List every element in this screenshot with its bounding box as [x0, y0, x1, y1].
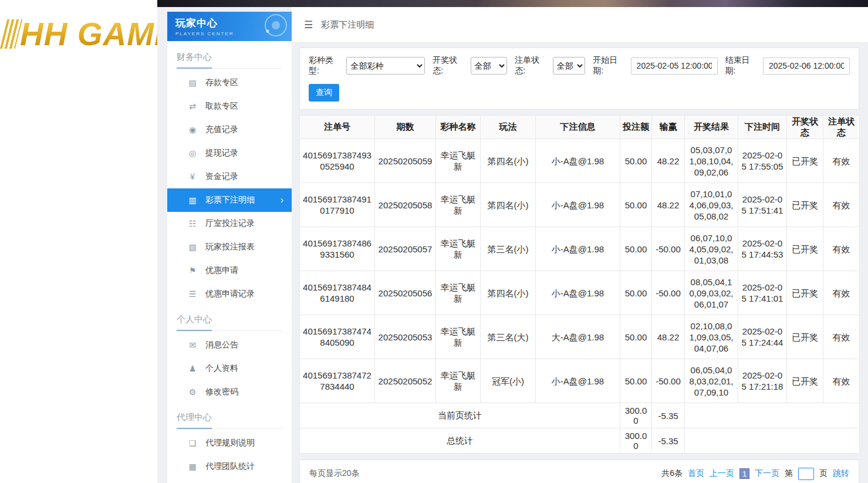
cell-lottery: 幸运飞艇新	[436, 271, 481, 315]
column-header: 开奖状态	[787, 116, 823, 139]
cell-result: 08,05,04,10,09,03,02,06,01,07	[685, 271, 738, 315]
cell-order-status: 有效	[823, 359, 860, 403]
sidebar-item-label: 消息公告	[205, 340, 238, 350]
sidebar-item[interactable]: ◉充值记录	[167, 118, 292, 141]
sidebar-item-label: 代理规则说明	[205, 438, 255, 448]
cell-draw-status: 已开奖	[787, 271, 823, 315]
cell-lottery: 幸运飞艇新	[436, 315, 481, 359]
cell-amount: 50.00	[620, 271, 652, 315]
sidebar-item[interactable]: ☷厅室投注记录	[167, 212, 292, 235]
cell-bet-info: 小-A盘@1.98	[536, 359, 620, 403]
cell-bet-time: 2025-02-05 17:55:05	[738, 139, 787, 183]
jump-page-input[interactable]	[798, 468, 814, 480]
column-header: 期数	[375, 116, 436, 139]
user-icon: ♟	[187, 364, 198, 373]
draw-status-select[interactable]: 全部	[471, 57, 508, 75]
prev-page-link[interactable]: 上一页	[710, 468, 734, 479]
column-header: 下注时间	[738, 116, 787, 139]
funds-record-icon: ¥	[187, 172, 198, 181]
cell-bet-info: 大-A盘@1.98	[536, 315, 620, 359]
cell-result: 06,07,10,04,05,09,02,01,03,08	[685, 227, 738, 271]
cell-play: 冠军(小)	[481, 359, 536, 403]
sidebar-item[interactable]: ✉消息公告	[167, 333, 292, 357]
cell-play: 第四名(小)	[481, 139, 536, 183]
sidebar: 玩家中心 PLAYERS CENTER 财务中心▤存款专区⇄取款专区◉充值记录◎…	[167, 12, 292, 483]
sidebar-item[interactable]: ▤存款专区	[167, 71, 292, 94]
sidebar-item[interactable]: ⇄取款专区	[167, 94, 292, 118]
summary-label: 总统计	[300, 428, 620, 454]
first-page-link[interactable]: 首页	[688, 468, 704, 479]
sidebar-item-label: 提现记录	[205, 148, 238, 158]
sidebar-item[interactable]: ▦代理团队统计	[167, 455, 292, 478]
order-status-select[interactable]: 全部	[553, 57, 586, 75]
sidebar-item[interactable]: ¥资金记录	[167, 165, 292, 188]
cell-period: 20250205053	[375, 315, 436, 359]
lottery-type-select[interactable]: 全部彩种	[346, 57, 425, 75]
sidebar-item[interactable]: ▧玩家投注报表	[167, 235, 292, 259]
bet-detail-table: 注单号期数彩种名称玩法下注信息投注额输赢开奖结果下注时间开奖状态注单状态 401…	[299, 115, 860, 454]
cell-order-status: 有效	[823, 315, 860, 359]
cell-draw-status: 已开奖	[787, 139, 823, 183]
cell-bet-info: 小-A盘@1.98	[536, 227, 620, 271]
cell-period: 20250205058	[375, 183, 436, 227]
cell-period: 20250205059	[375, 139, 436, 183]
sidebar-item-label: 厅室投注记录	[205, 218, 255, 229]
page-size-label: 每页显示20条	[309, 468, 360, 479]
next-page-link[interactable]: 下一页	[755, 468, 779, 479]
table-row: 40156917387491017791020250205058幸运飞艇新第四名…	[300, 183, 860, 227]
sidebar-item[interactable]: ◎提现记录	[167, 141, 292, 165]
sidebar-item[interactable]: ♟个人资料	[167, 357, 292, 380]
sidebar-header: 玩家中心 PLAYERS CENTER	[167, 12, 292, 41]
sidebar-item-label: 充值记录	[205, 124, 238, 135]
cell-lottery: 幸运飞艇新	[436, 359, 481, 403]
sidebar-item[interactable]: ▥彩票下注明细›	[167, 188, 292, 212]
sidebar-item[interactable]: ⚙修改密码	[167, 380, 292, 404]
cell-order-no: 401569173874869331560	[300, 227, 375, 271]
summary-win-loss: -5.35	[652, 428, 685, 454]
withdraw-icon: ⇄	[187, 102, 198, 111]
column-header: 投注额	[620, 116, 652, 139]
sidebar-item[interactable]: ☰优惠申请记录	[167, 282, 292, 306]
column-header: 注单号	[300, 116, 375, 139]
jump-button[interactable]: 跳转	[833, 468, 849, 479]
current-page-button[interactable]: 1	[739, 468, 749, 479]
main-area: ☰ 彩票下注明细 彩种类型: 全部彩种 开奖状态: 全部 注单状态:	[292, 7, 868, 483]
summary-empty	[685, 428, 860, 454]
cell-period: 20250205057	[375, 227, 436, 271]
menu-section-title-2: 代理中心	[177, 412, 282, 429]
query-button[interactable]: 查询	[309, 84, 339, 102]
cell-bet-time: 2025-02-05 17:21:18	[738, 359, 787, 403]
total-count-label: 共6条	[661, 468, 683, 479]
end-date-input[interactable]	[763, 58, 850, 75]
sidebar-item[interactable]: ⚑优惠申请	[167, 259, 292, 282]
summary-amount: 300.00	[620, 403, 652, 428]
cashout-record-icon: ◎	[187, 148, 198, 158]
doc-icon: ❏	[187, 438, 198, 448]
cell-order-status: 有效	[823, 227, 860, 271]
cell-order-no: 401569173874748405090	[300, 315, 375, 359]
cell-order-no: 401569173874846149180	[300, 271, 375, 315]
summary-label: 当前页统计	[300, 403, 620, 428]
chevron-right-icon: ›	[281, 195, 283, 205]
sidebar-item-label: 彩票下注明细	[205, 195, 255, 205]
table-header-row: 注单号期数彩种名称玩法下注信息投注额输赢开奖结果下注时间开奖状态注单状态	[300, 116, 860, 139]
summary-win-loss: -5.35	[652, 403, 685, 428]
cell-amount: 50.00	[620, 227, 652, 271]
sidebar-item-label: 代理团队统计	[205, 461, 255, 472]
cell-win-loss: 48.22	[652, 183, 685, 227]
start-date-input[interactable]	[631, 58, 718, 75]
logo-stripes-decoration	[0, 19, 22, 49]
summary-amount: 300.00	[620, 428, 652, 454]
cell-draw-status: 已开奖	[787, 315, 823, 359]
sidebar-item-label: 个人资料	[205, 363, 238, 374]
promo-record-icon: ☰	[187, 289, 198, 299]
sidebar-item[interactable]: ❏代理规则说明	[167, 431, 292, 455]
brand-logo: HH GAME	[4, 15, 157, 53]
cell-play: 第三名(小)	[481, 227, 536, 271]
deposit-icon: ▤	[187, 78, 198, 87]
column-header: 注单状态	[823, 116, 860, 139]
jump-prefix-label: 第	[785, 468, 793, 479]
cell-play: 第四名(小)	[481, 183, 536, 227]
promo-apply-icon: ⚑	[187, 266, 198, 275]
menu-toggle-icon[interactable]: ☰	[304, 19, 313, 31]
